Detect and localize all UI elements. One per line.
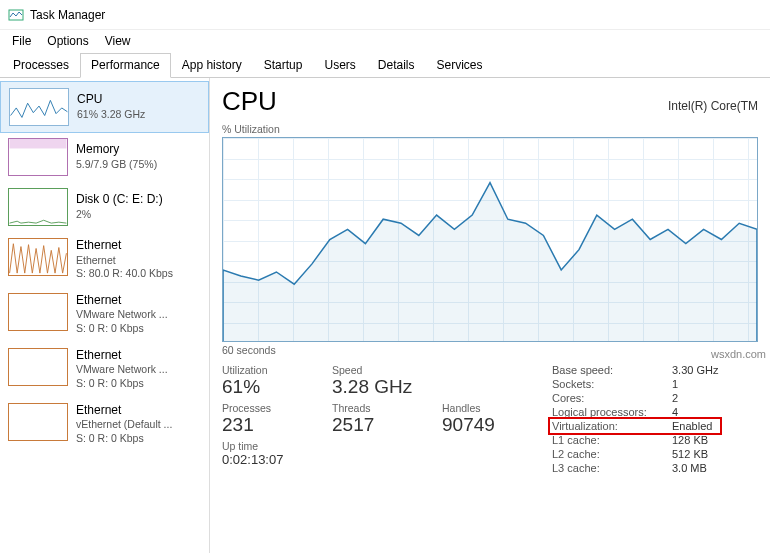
sidebar-item-sub2: S: 80.0 R: 40.0 Kbps xyxy=(76,267,173,281)
sidebar-item-sub2: S: 0 R: 0 Kbps xyxy=(76,377,168,391)
sidebar-item-label: Ethernet xyxy=(76,293,168,309)
memory-thumb-icon xyxy=(8,138,68,176)
tab-details[interactable]: Details xyxy=(367,53,426,78)
ethernet-thumb-icon xyxy=(8,238,68,276)
sidebar-item-label: Ethernet xyxy=(76,403,172,419)
sidebar-item-memory[interactable]: Memory 5.9/7.9 GB (75%) xyxy=(0,132,209,182)
cpu-thumb-icon xyxy=(9,88,69,126)
sidebar-item-disk[interactable]: Disk 0 (C: E: D:) 2% xyxy=(0,182,209,232)
sidebar-item-ethernet-1[interactable]: Ethernet VMware Network ... S: 0 R: 0 Kb… xyxy=(0,287,209,342)
sidebar-item-sub: Ethernet xyxy=(76,254,173,268)
cores-value: 2 xyxy=(672,392,678,404)
processes-label: Processes xyxy=(222,402,302,414)
chart-y-label: % Utilization xyxy=(222,123,758,135)
cpu-model: Intel(R) Core(TM xyxy=(668,99,758,113)
sidebar-item-sub: 61% 3.28 GHz xyxy=(77,108,145,122)
utilization-label: Utilization xyxy=(222,364,302,376)
l1-key: L1 cache: xyxy=(552,434,672,446)
handles-label: Handles xyxy=(442,402,522,414)
virtualization-row-highlight: Virtualization:Enabled xyxy=(548,417,722,435)
base-speed-key: Base speed: xyxy=(552,364,672,376)
sidebar: CPU 61% 3.28 GHz Memory 5.9/7.9 GB (75%)… xyxy=(0,78,210,553)
sidebar-item-sub: VMware Network ... xyxy=(76,363,168,377)
tab-services[interactable]: Services xyxy=(426,53,494,78)
ethernet-thumb-icon xyxy=(8,403,68,441)
sidebar-item-label: Ethernet xyxy=(76,348,168,364)
sidebar-item-label: Memory xyxy=(76,142,157,158)
speed-value: 3.28 GHz xyxy=(332,376,412,398)
l2-key: L2 cache: xyxy=(552,448,672,460)
main-panel: CPU Intel(R) Core(TM % Utilization 60 se… xyxy=(210,78,770,553)
sidebar-item-sub: VMware Network ... xyxy=(76,308,168,322)
processes-value: 231 xyxy=(222,414,302,436)
svg-rect-1 xyxy=(10,139,67,148)
threads-value: 2517 xyxy=(332,414,412,436)
sidebar-item-label: Disk 0 (C: E: D:) xyxy=(76,192,163,208)
sidebar-item-sub2: S: 0 R: 0 Kbps xyxy=(76,322,168,336)
sidebar-item-sub: 2% xyxy=(76,208,163,222)
app-icon xyxy=(8,7,24,23)
handles-value: 90749 xyxy=(442,414,522,436)
sidebar-item-sub2: S: 0 R: 0 Kbps xyxy=(76,432,172,446)
sidebar-item-ethernet-2[interactable]: Ethernet VMware Network ... S: 0 R: 0 Kb… xyxy=(0,342,209,397)
tab-performance[interactable]: Performance xyxy=(80,53,171,78)
cores-key: Cores: xyxy=(552,392,672,404)
utilization-value: 61% xyxy=(222,376,302,398)
virtualization-value: Enabled xyxy=(672,420,712,432)
watermark: wsxdn.com xyxy=(711,348,766,360)
threads-label: Threads xyxy=(332,402,412,414)
page-title: CPU xyxy=(222,86,277,117)
content: CPU 61% 3.28 GHz Memory 5.9/7.9 GB (75%)… xyxy=(0,78,770,553)
tab-app-history[interactable]: App history xyxy=(171,53,253,78)
sidebar-item-label: CPU xyxy=(77,92,145,108)
base-speed-value: 3.30 GHz xyxy=(672,364,718,376)
titlebar: Task Manager xyxy=(0,0,770,30)
tab-processes[interactable]: Processes xyxy=(2,53,80,78)
virtualization-key: Virtualization: xyxy=(552,420,672,432)
sidebar-item-sub: 5.9/7.9 GB (75%) xyxy=(76,158,157,172)
l3-value: 3.0 MB xyxy=(672,462,707,474)
window-title: Task Manager xyxy=(30,8,105,22)
menu-view[interactable]: View xyxy=(97,32,139,50)
l3-key: L3 cache: xyxy=(552,462,672,474)
l1-value: 128 KB xyxy=(672,434,708,446)
sidebar-item-ethernet-3[interactable]: Ethernet vEthernet (Default ... S: 0 R: … xyxy=(0,397,209,452)
chart-x-label: 60 seconds xyxy=(222,344,758,356)
sockets-key: Sockets: xyxy=(552,378,672,390)
cpu-chart xyxy=(222,137,758,342)
uptime-label: Up time xyxy=(222,440,302,452)
sidebar-item-label: Ethernet xyxy=(76,238,173,254)
speed-label: Speed xyxy=(332,364,412,376)
sidebar-item-cpu[interactable]: CPU 61% 3.28 GHz xyxy=(0,81,209,133)
tabs: Processes Performance App history Startu… xyxy=(0,52,770,78)
menu-options[interactable]: Options xyxy=(39,32,96,50)
sidebar-item-sub: vEthernet (Default ... xyxy=(76,418,172,432)
disk-thumb-icon xyxy=(8,188,68,226)
tab-users[interactable]: Users xyxy=(313,53,366,78)
menubar: File Options View xyxy=(0,30,770,52)
menu-file[interactable]: File xyxy=(4,32,39,50)
uptime-value: 0:02:13:07 xyxy=(222,452,302,467)
l2-value: 512 KB xyxy=(672,448,708,460)
ethernet-thumb-icon xyxy=(8,293,68,331)
sockets-value: 1 xyxy=(672,378,678,390)
stats: Utilization 61% Speed 3.28 GHz Processes… xyxy=(222,364,758,474)
ethernet-thumb-icon xyxy=(8,348,68,386)
sidebar-item-ethernet-0[interactable]: Ethernet Ethernet S: 80.0 R: 40.0 Kbps xyxy=(0,232,209,287)
tab-startup[interactable]: Startup xyxy=(253,53,314,78)
